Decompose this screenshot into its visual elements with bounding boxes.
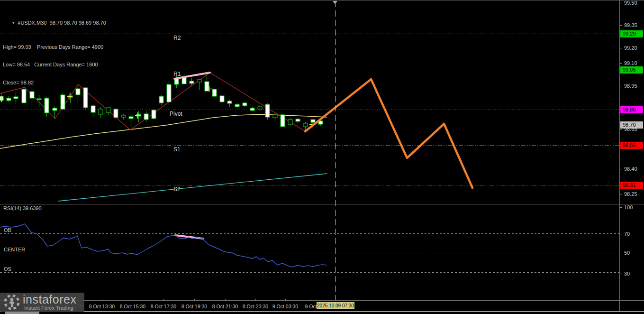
candle-body — [288, 120, 292, 125]
candle-body — [303, 123, 308, 127]
instaforex-logo: instaforex Instant Forex Trading — [0, 293, 84, 312]
high-range-text: High= 99.03 Previous Days Range= 4900 — [3, 44, 106, 50]
logo-text: instaforex — [23, 294, 76, 305]
yellow-moving-average — [0, 114, 327, 148]
candle-body — [121, 115, 126, 117]
low-range-text: Low= 98.54 Current Days Range= 1600 — [3, 62, 106, 68]
level-label-s1: S1 — [173, 146, 181, 153]
price-axis-label: 98.40 — [624, 166, 637, 172]
price-axis-label: 98.25 — [624, 191, 637, 197]
rsi-line — [0, 224, 327, 267]
orange-forecast-line — [305, 79, 472, 188]
price-axis-badge-r1: 99.05 — [620, 66, 643, 74]
time-axis-divider — [0, 300, 644, 301]
mt4-chart-window: ▼#USDX,M30 98.70 98.70 98.69 98.70 High=… — [0, 0, 644, 314]
time-axis-highlighted-date: 2025.10.09 07:30 — [317, 302, 354, 309]
level-label-r2: R2 — [173, 35, 181, 41]
candle-body — [243, 103, 247, 106]
price-axis-badge-s1: 98.56 — [620, 142, 643, 149]
candle-body — [53, 108, 57, 111]
candle-body — [159, 96, 163, 103]
candle-body — [152, 110, 156, 119]
instaforex-gear-icon — [3, 293, 21, 311]
rsi-level-label-os: OS — [4, 266, 11, 272]
rsi-axis-label: 50 — [624, 250, 630, 256]
cyan-trendline — [58, 174, 327, 201]
collapse-info-icon[interactable]: ▼ — [11, 21, 15, 25]
rsi-level-label-ob: OB — [4, 227, 11, 233]
candle-body — [281, 115, 285, 127]
rsi-panel-divider[interactable] — [0, 204, 644, 204]
candle-body — [258, 107, 262, 109]
price-axis-badge-r2: 99.29 — [620, 30, 643, 37]
candle-body — [235, 104, 239, 107]
level-label-s2: S2 — [173, 186, 181, 193]
symbol-info-panel: ▼#USDX,M30 98.70 98.70 98.69 98.70 High=… — [3, 2, 106, 97]
background-window-edge — [5, 312, 39, 314]
candle-body — [190, 81, 194, 83]
candle-body — [106, 108, 110, 112]
price-axis-label: 99.10 — [624, 60, 637, 66]
candle-body — [273, 115, 277, 118]
candle-body — [197, 80, 201, 82]
candle-body — [227, 101, 232, 103]
level-label-r1: R1 — [173, 71, 181, 77]
candle-body — [99, 109, 103, 115]
rsi-axis-label: 30 — [624, 271, 630, 277]
rsi-axis-label: 70 — [624, 231, 630, 237]
candle-body — [220, 96, 224, 102]
candle-body — [129, 117, 133, 119]
candle-body — [45, 98, 49, 113]
candle-body — [114, 109, 118, 118]
candle-body — [250, 108, 254, 111]
logo-tagline: Instant Forex Trading — [23, 305, 76, 311]
price-axis-label: 98.95 — [624, 83, 637, 89]
close-text: Close= 98.82 — [3, 80, 106, 86]
price-axis-badge-pivot: 98.80 — [620, 106, 643, 113]
candle-body — [205, 82, 209, 91]
candle-body — [182, 77, 186, 84]
candle-body — [311, 120, 315, 122]
vertical-line-top-marker — [333, 1, 337, 4]
window-top-border — [0, 0, 644, 0]
symbol-ohlc-text: #USDX,M30 98.70 98.70 98.69 98.70 — [18, 20, 106, 26]
price-axis-label: 99.50 — [624, 0, 637, 6]
rsi-axis-label: 100 — [624, 204, 633, 210]
window-bottom-edge — [0, 311, 644, 312]
price-axis-badge-s2: 98.31 — [620, 182, 643, 189]
price-axis-separator[interactable] — [619, 0, 620, 311]
price-axis-label: 99.20 — [624, 45, 637, 51]
candle-body — [167, 84, 171, 102]
level-label-pivot: Pivot — [170, 111, 182, 117]
price-axis-label: 99.35 — [624, 22, 637, 28]
candle-body — [91, 106, 95, 112]
candle-body — [212, 89, 217, 96]
rsi-indicator-label: RSI(14) 39.6390 — [3, 205, 42, 211]
rsi-level-label-center: CENTER — [4, 247, 25, 252]
candle-body — [144, 114, 148, 120]
candle-body — [265, 104, 270, 117]
candle-body — [7, 98, 11, 101]
candle-body — [37, 99, 41, 100]
candle-body — [296, 119, 300, 121]
price-axis-badge-current-price: 98.70 — [620, 121, 643, 129]
